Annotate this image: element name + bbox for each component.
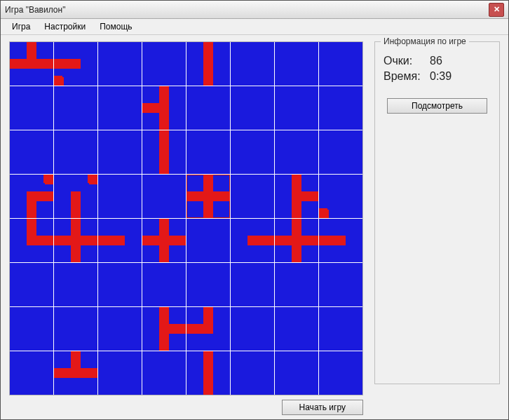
right-pane: Информация по игре Очки: 86 Время: 0:39 … — [374, 41, 500, 412]
menubar: Игра Настройки Помощь — [1, 19, 508, 35]
board-cell[interactable] — [98, 130, 142, 174]
peek-button[interactable]: Подсмотреть — [387, 98, 487, 114]
menu-settings[interactable]: Настройки — [37, 20, 93, 33]
board-cell[interactable] — [319, 86, 362, 130]
board-cell[interactable] — [231, 307, 274, 351]
board-cell[interactable] — [231, 175, 274, 218]
board-cell[interactable] — [98, 175, 142, 218]
board-cell[interactable] — [54, 175, 97, 218]
menu-help[interactable]: Помощь — [93, 20, 139, 33]
board-cell[interactable] — [10, 86, 53, 130]
board-cell[interactable] — [319, 175, 362, 218]
board-cell[interactable] — [186, 175, 230, 218]
board-cell[interactable] — [10, 219, 53, 262]
board-cell[interactable] — [142, 351, 186, 395]
board-cell[interactable] — [98, 351, 142, 395]
board-cell[interactable] — [231, 263, 274, 306]
start-game-button[interactable]: Начать игру — [282, 400, 363, 415]
board-cell[interactable] — [54, 42, 97, 86]
time-value: 0:39 — [430, 70, 452, 83]
board-cell[interactable] — [142, 42, 186, 86]
board-cell[interactable] — [275, 86, 318, 130]
board-cell[interactable] — [10, 263, 53, 306]
left-pane: Начать игру — [9, 41, 363, 412]
board-cell[interactable] — [54, 219, 97, 262]
info-group: Информация по игре Очки: 86 Время: 0:39 … — [374, 41, 500, 384]
board-cell[interactable] — [54, 351, 97, 395]
close-icon[interactable]: ✕ — [489, 3, 504, 17]
board-cell[interactable] — [10, 42, 53, 86]
board-cell[interactable] — [54, 86, 97, 130]
board-cell[interactable] — [54, 307, 97, 351]
board-cell[interactable] — [319, 351, 362, 395]
board-cell[interactable] — [98, 42, 142, 86]
titlebar: Игра "Вавилон" ✕ — [1, 1, 508, 19]
board-cell[interactable] — [10, 130, 53, 174]
board-cell[interactable] — [142, 263, 186, 306]
board-cell[interactable] — [98, 86, 142, 130]
board-cell[interactable] — [231, 351, 274, 395]
board-cell[interactable] — [54, 130, 97, 174]
board-cell[interactable] — [275, 175, 318, 218]
board-cell[interactable] — [186, 130, 230, 174]
board-cell[interactable] — [10, 307, 53, 351]
app-window: Игра "Вавилон" ✕ Игра Настройки Помощь Н… — [0, 0, 509, 420]
board-cell[interactable] — [142, 219, 186, 262]
board-cell[interactable] — [186, 351, 230, 395]
score-label: Очки: — [384, 55, 430, 67]
board-cell[interactable] — [231, 130, 274, 174]
board-cell[interactable] — [10, 175, 53, 218]
board-cell[interactable] — [186, 307, 230, 351]
board-cell[interactable] — [142, 175, 186, 218]
board-cell[interactable] — [186, 42, 230, 86]
board-cell[interactable] — [275, 42, 318, 86]
window-title: Игра "Вавилон" — [5, 5, 489, 15]
board-cell[interactable] — [319, 130, 362, 174]
menu-game[interactable]: Игра — [5, 20, 37, 33]
board-cell[interactable] — [54, 263, 97, 306]
board-cell[interactable] — [275, 219, 318, 262]
board-cell[interactable] — [275, 351, 318, 395]
board-wrap — [9, 41, 363, 395]
board-cell[interactable] — [186, 86, 230, 130]
peek-row: Подсмотреть — [384, 98, 491, 114]
board-cell[interactable] — [231, 42, 274, 86]
score-row: Очки: 86 — [384, 55, 491, 67]
board-cell[interactable] — [10, 351, 53, 395]
game-board[interactable] — [10, 42, 362, 395]
board-cell[interactable] — [142, 307, 186, 351]
score-value: 86 — [430, 55, 442, 67]
board-cell[interactable] — [319, 263, 362, 306]
board-cell[interactable] — [231, 86, 274, 130]
board-cell[interactable] — [319, 219, 362, 262]
time-row: Время: 0:39 — [384, 70, 491, 83]
time-label: Время: — [384, 70, 430, 83]
start-row: Начать игру — [9, 395, 363, 415]
client-area: Начать игру Информация по игре Очки: 86 … — [1, 36, 508, 419]
board-cell[interactable] — [98, 307, 142, 351]
board-cell[interactable] — [142, 130, 186, 174]
board-cell[interactable] — [98, 263, 142, 306]
board-cell[interactable] — [186, 263, 230, 306]
board-cell[interactable] — [231, 219, 274, 262]
board-cell[interactable] — [275, 130, 318, 174]
board-cell[interactable] — [319, 307, 362, 351]
board-cell[interactable] — [98, 219, 142, 262]
info-legend: Информация по игре — [381, 36, 469, 46]
board-cell[interactable] — [142, 86, 186, 130]
board-cell[interactable] — [186, 219, 230, 262]
board-cell[interactable] — [319, 42, 362, 86]
board-cell[interactable] — [275, 307, 318, 351]
board-cell[interactable] — [275, 263, 318, 306]
